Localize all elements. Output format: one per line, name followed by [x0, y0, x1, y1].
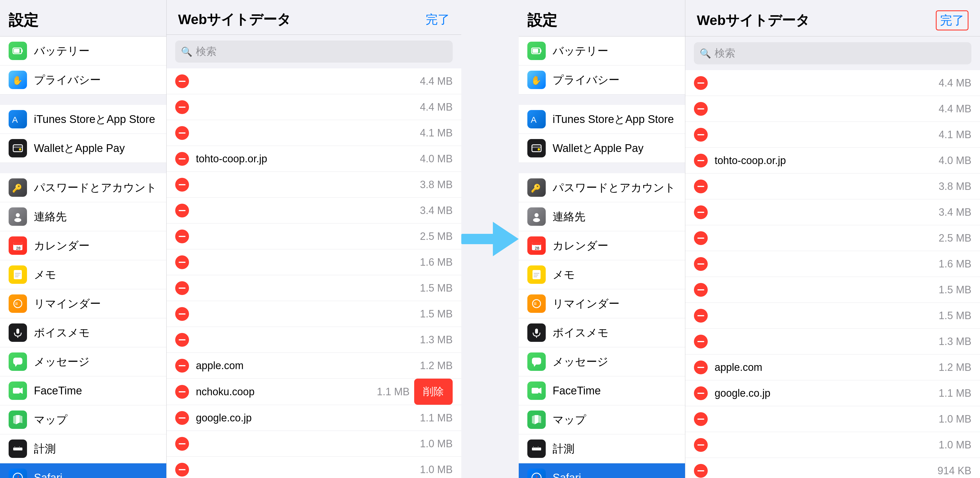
data-row[interactable]: 914 KB: [685, 458, 980, 478]
search-bar-left[interactable]: 🔍 検索: [175, 40, 453, 63]
sidebar-item-voicememo[interactable]: ボイスメモ: [519, 318, 685, 347]
delete-confirm-button[interactable]: 削除: [414, 379, 453, 405]
delete-minus-button[interactable]: [694, 464, 708, 478]
data-row[interactable]: google.co.jp1.1 MB: [685, 380, 980, 406]
data-row[interactable]: 1.5 MB: [167, 301, 461, 327]
data-row[interactable]: 1.0 MB: [685, 406, 980, 432]
data-row[interactable]: 4.4 MB: [685, 96, 980, 122]
data-row[interactable]: 1.6 MB: [685, 251, 980, 277]
delete-minus-button[interactable]: [175, 255, 189, 269]
sidebar-item-appstore[interactable]: AiTunes StoreとApp Store: [0, 105, 166, 134]
sidebar-item-messages[interactable]: メッセージ: [519, 347, 685, 376]
delete-minus-button[interactable]: [694, 231, 708, 245]
delete-minus-button[interactable]: [175, 74, 189, 88]
delete-minus-button[interactable]: [175, 411, 189, 425]
svg-rect-49: [534, 275, 538, 276]
sidebar-item-battery[interactable]: バッテリー: [519, 37, 685, 65]
delete-minus-button[interactable]: [694, 360, 708, 374]
data-row[interactable]: 1.5 MB: [685, 277, 980, 303]
delete-minus-button[interactable]: [694, 309, 708, 323]
sidebar-item-calendar[interactable]: 28カレンダー: [519, 231, 685, 260]
done-button-left[interactable]: 完了: [426, 11, 450, 27]
delete-minus-button[interactable]: [175, 307, 189, 321]
sidebar-item-maps[interactable]: マップ: [519, 405, 685, 434]
data-row[interactable]: 2.5 MB: [167, 223, 461, 249]
data-row[interactable]: 1.0 MB: [685, 432, 980, 458]
delete-minus-button[interactable]: [175, 152, 189, 166]
delete-minus-button[interactable]: [175, 281, 189, 295]
data-row[interactable]: 3.8 MB: [685, 174, 980, 199]
sidebar-item-facetime[interactable]: FaceTime: [519, 376, 685, 405]
delete-minus-button[interactable]: [175, 463, 189, 476]
data-row[interactable]: 4.1 MB: [167, 120, 461, 146]
delete-minus-button[interactable]: [175, 100, 189, 114]
delete-minus-button[interactable]: [694, 154, 708, 167]
sidebar-item-contacts[interactable]: 連絡先: [0, 202, 166, 231]
data-row[interactable]: 3.4 MB: [167, 198, 461, 223]
data-row[interactable]: apple.com1.2 MB: [167, 353, 461, 379]
data-row[interactable]: 1.0 MB: [167, 431, 461, 457]
sidebar-item-wallet[interactable]: WalletとApple Pay: [519, 134, 685, 163]
delete-minus-button[interactable]: [175, 333, 189, 347]
sidebar-item-notes[interactable]: メモ: [0, 260, 166, 289]
done-button-right[interactable]: 完了: [936, 10, 969, 30]
data-row[interactable]: 4.4 MB: [167, 69, 461, 94]
sidebar-item-reminders[interactable]: ≡リマインダー: [0, 289, 166, 318]
delete-minus-button[interactable]: [694, 412, 708, 426]
delete-minus-button[interactable]: [694, 206, 708, 219]
sidebar-item-messages[interactable]: メッセージ: [0, 347, 166, 376]
data-row[interactable]: 1.3 MB: [167, 327, 461, 353]
search-bar-right[interactable]: 🔍 検索: [694, 42, 971, 64]
data-row[interactable]: 3.8 MB: [167, 172, 461, 198]
data-row[interactable]: 2.5 MB: [685, 225, 980, 251]
data-row[interactable]: 1.0 MB: [167, 457, 461, 478]
delete-minus-button[interactable]: [175, 178, 189, 191]
sidebar-item-measure[interactable]: 計測: [519, 434, 685, 464]
data-row[interactable]: google.co.jp1.1 MB: [167, 405, 461, 431]
sidebar-item-battery[interactable]: バッテリー: [0, 37, 166, 65]
delete-minus-button[interactable]: [694, 76, 708, 90]
sidebar-item-wallet[interactable]: WalletとApple Pay: [0, 134, 166, 163]
delete-minus-button[interactable]: [694, 335, 708, 349]
data-row[interactable]: 1.5 MB: [167, 275, 461, 301]
data-row[interactable]: 4.4 MB: [167, 94, 461, 120]
sidebar-item-calendar[interactable]: 28カレンダー: [0, 231, 166, 260]
data-row[interactable]: 4.4 MB: [685, 70, 980, 96]
delete-minus-button[interactable]: [175, 437, 189, 451]
delete-minus-button[interactable]: [694, 257, 708, 271]
sidebar-item-voicememo[interactable]: ボイスメモ: [0, 318, 166, 347]
sidebar-item-privacy[interactable]: ✋プライバシー: [0, 65, 166, 94]
delete-minus-button[interactable]: [175, 385, 189, 399]
delete-minus-button[interactable]: [694, 102, 708, 116]
sidebar-item-safari[interactable]: Safari: [519, 464, 685, 478]
delete-minus-button[interactable]: [694, 283, 708, 297]
data-row[interactable]: 4.1 MB: [685, 122, 980, 148]
sidebar-item-privacy[interactable]: ✋プライバシー: [519, 65, 685, 94]
sidebar-item-contacts[interactable]: 連絡先: [519, 202, 685, 231]
sidebar-item-passwords[interactable]: 🔑パスワードとアカウント: [0, 173, 166, 202]
sidebar-item-notes[interactable]: メモ: [519, 260, 685, 289]
sidebar-item-appstore[interactable]: AiTunes StoreとApp Store: [519, 105, 685, 134]
data-row[interactable]: tohto-coop.or.jp4.0 MB: [685, 148, 980, 174]
data-row[interactable]: apple.com1.2 MB: [685, 354, 980, 380]
delete-minus-button[interactable]: [175, 204, 189, 217]
sidebar-item-safari[interactable]: Safari: [0, 464, 166, 478]
delete-minus-button[interactable]: [694, 128, 708, 142]
delete-minus-button[interactable]: [694, 180, 708, 193]
delete-minus-button[interactable]: [694, 438, 708, 452]
data-row[interactable]: nchoku.coop1.1 MB削除: [167, 379, 461, 405]
data-row[interactable]: 1.5 MB: [685, 303, 980, 329]
sidebar-item-passwords[interactable]: 🔑パスワードとアカウント: [519, 173, 685, 202]
data-row[interactable]: 1.3 MB: [685, 329, 980, 354]
sidebar-item-facetime[interactable]: FaceTime: [0, 376, 166, 405]
delete-minus-button[interactable]: [175, 229, 189, 243]
data-row[interactable]: tohto-coop.or.jp4.0 MB: [167, 146, 461, 172]
sidebar-item-reminders[interactable]: ≡リマインダー: [519, 289, 685, 318]
delete-minus-button[interactable]: [694, 386, 708, 400]
data-row[interactable]: 1.6 MB: [167, 249, 461, 275]
delete-minus-button[interactable]: [175, 359, 189, 373]
data-row[interactable]: 3.4 MB: [685, 199, 980, 225]
delete-minus-button[interactable]: [175, 126, 189, 140]
sidebar-item-measure[interactable]: 計測: [0, 434, 166, 464]
sidebar-item-maps[interactable]: マップ: [0, 405, 166, 434]
